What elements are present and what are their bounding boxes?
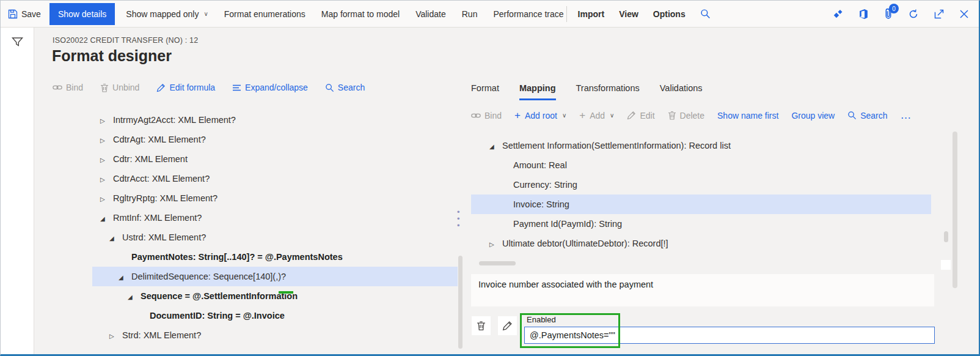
options-menu[interactable]: Options bbox=[653, 9, 686, 19]
tab[interactable]: Mapping bbox=[519, 83, 556, 100]
tab-label: Mapping bbox=[519, 83, 556, 93]
tab[interactable]: Transformations bbox=[576, 83, 640, 100]
expand-arrow-icon[interactable] bbox=[109, 330, 122, 340]
tree-row[interactable]: RgltryRptg: XML Element? bbox=[92, 188, 458, 208]
right-panel-scrollbar[interactable] bbox=[953, 132, 957, 288]
model-mapping-tree: Settlement Information(SettlementInforma… bbox=[471, 136, 931, 253]
expand-arrow-icon[interactable] bbox=[119, 272, 131, 281]
add-root-button[interactable]: + Add root ∨ bbox=[514, 109, 566, 122]
tree-row-label: PaymentNotes: String[..140]? = @.Payment… bbox=[131, 252, 343, 262]
show-name-first-button[interactable]: Show name first bbox=[717, 111, 778, 121]
field-description-text: Invoice number associated with the payme… bbox=[478, 280, 653, 289]
left-tree-scrollbar[interactable] bbox=[458, 256, 463, 349]
link-icon bbox=[471, 112, 481, 119]
tree-row[interactable]: CdtrAcct: XML Element? bbox=[92, 169, 458, 188]
tree-row-label: Cdtr: XML Element bbox=[113, 154, 188, 164]
tab-label: Validations bbox=[660, 83, 703, 93]
toolbar-divider bbox=[566, 6, 567, 22]
expand-arrow-icon[interactable] bbox=[100, 135, 113, 144]
performance-trace-button[interactable]: Performance trace bbox=[493, 9, 563, 19]
bind-button[interactable]: Bind bbox=[53, 83, 83, 92]
mapping-search-button[interactable]: Search bbox=[847, 111, 887, 121]
link-icon bbox=[53, 84, 62, 91]
delete-button[interactable]: Delete bbox=[668, 111, 704, 121]
tree-row[interactable]: Amount: Real bbox=[471, 155, 931, 175]
more-commands-button[interactable]: … bbox=[901, 109, 912, 122]
import-menu[interactable]: Import bbox=[578, 9, 605, 19]
expand-arrow-icon[interactable] bbox=[489, 141, 502, 150]
tree-row-label: DocumentID: String = @.Invoice bbox=[150, 311, 285, 321]
scrollbar-corner bbox=[941, 260, 951, 270]
expand-arrow-icon[interactable] bbox=[100, 213, 113, 223]
filter-pane-button[interactable] bbox=[11, 36, 24, 51]
plus-icon: + bbox=[514, 109, 521, 122]
pencil-icon bbox=[627, 111, 636, 120]
expand-arrow-icon[interactable] bbox=[100, 115, 113, 125]
refresh-button[interactable] bbox=[908, 9, 919, 20]
run-button[interactable]: Run bbox=[462, 9, 478, 19]
tab[interactable]: Validations bbox=[660, 83, 703, 100]
top-command-bar: Save Show details Show mapped only ∨ For… bbox=[1, 1, 979, 28]
expand-collapse-button[interactable]: Expand/collapse bbox=[232, 83, 308, 92]
validate-button[interactable]: Validate bbox=[415, 9, 446, 19]
tree-row[interactable]: Settlement Information(SettlementInforma… bbox=[471, 136, 931, 155]
save-button[interactable]: Save bbox=[8, 9, 41, 19]
office-apps-button[interactable] bbox=[858, 9, 869, 20]
expand-arrow-icon[interactable] bbox=[100, 193, 113, 203]
tree-row[interactable]: Ultimate debtor(UltimateDebtor): Record[… bbox=[471, 234, 931, 253]
field-description: Invoice number associated with the payme… bbox=[471, 274, 934, 306]
format-designer-window: Save Show details Show mapped only ∨ For… bbox=[0, 0, 980, 356]
attachments-button[interactable]: 0 bbox=[883, 8, 893, 20]
expand-arrow-icon[interactable] bbox=[128, 291, 141, 301]
mapping-tree-scrollbar[interactable] bbox=[944, 231, 948, 242]
show-mapped-only-dropdown[interactable]: Show mapped only ∨ bbox=[126, 9, 208, 19]
insights-button[interactable] bbox=[833, 9, 844, 20]
office-apps-icon bbox=[858, 9, 869, 20]
tree-row-label: RmtInf: XML Element? bbox=[113, 213, 202, 223]
group-view-button[interactable]: Group view bbox=[791, 111, 835, 121]
enabled-field-label: Enabled bbox=[527, 315, 556, 324]
tree-row[interactable]: Invoice: String bbox=[471, 195, 931, 214]
edit-formula-button[interactable]: Edit formula bbox=[156, 83, 215, 92]
tree-row[interactable]: CdtrAgt: XML Element? bbox=[92, 130, 458, 149]
format-tree-search-button[interactable]: Search bbox=[325, 83, 365, 92]
tree-row[interactable]: PaymentNotes: String[..140]? = @.Payment… bbox=[92, 247, 458, 267]
mapping-horizontal-scrollbar[interactable] bbox=[479, 261, 516, 265]
tree-row[interactable]: DelimitedSequence: Sequence[140](,)? bbox=[92, 267, 458, 286]
map-format-to-model-button[interactable]: Map format to model bbox=[321, 9, 400, 19]
close-page-button[interactable] bbox=[959, 9, 969, 19]
enabled-formula-input[interactable] bbox=[524, 327, 935, 344]
tab-label: Format bbox=[471, 83, 499, 93]
tree-row[interactable]: RmtInf: XML Element? bbox=[92, 208, 458, 228]
expand-arrow-icon[interactable] bbox=[100, 174, 113, 184]
mapping-bind-button[interactable]: Bind bbox=[471, 111, 502, 121]
close-icon bbox=[959, 9, 969, 19]
edit-formula-detail-button[interactable] bbox=[498, 316, 517, 335]
show-details-button[interactable]: Show details bbox=[49, 3, 115, 25]
view-menu[interactable]: View bbox=[619, 9, 638, 19]
expand-arrow-icon[interactable] bbox=[109, 232, 122, 242]
add-button[interactable]: + Add ∨ bbox=[579, 109, 614, 122]
tree-row[interactable]: Sequence = @.SettlementInformation bbox=[92, 286, 458, 306]
tree-row[interactable]: Payment Id(PaymId): String bbox=[471, 214, 931, 234]
pencil-icon bbox=[156, 83, 166, 92]
tree-row[interactable]: IntrmyAgt2Acct: XML Element? bbox=[92, 110, 458, 130]
tree-row[interactable]: Ustrd: XML Element? bbox=[92, 228, 458, 247]
edit-button[interactable]: Edit bbox=[627, 111, 654, 121]
open-in-new-window-button[interactable] bbox=[934, 9, 945, 20]
tree-row-label: IntrmyAgt2Acct: XML Element? bbox=[113, 115, 236, 125]
tree-row[interactable]: Currency: String bbox=[471, 175, 931, 195]
unbind-button[interactable]: Unbind bbox=[100, 83, 139, 92]
tree-row-label: Sequence = @.SettlementInformation bbox=[141, 291, 298, 301]
expand-arrow-icon[interactable] bbox=[100, 154, 113, 164]
delete-binding-button[interactable] bbox=[472, 316, 491, 335]
expand-arrow-icon[interactable] bbox=[489, 239, 502, 248]
tree-row[interactable]: DocumentID: String = @.Invoice bbox=[92, 306, 458, 325]
format-enumerations-button[interactable]: Format enumerations bbox=[224, 9, 305, 19]
tree-row[interactable]: Strd: XML Element? bbox=[92, 325, 458, 345]
toolbar-search-button[interactable] bbox=[700, 9, 711, 19]
tab[interactable]: Format bbox=[471, 83, 499, 100]
panel-splitter-handle[interactable]: ••• bbox=[457, 209, 460, 229]
page-title: Format designer bbox=[52, 47, 172, 65]
tree-row[interactable]: Cdtr: XML Element bbox=[92, 149, 458, 169]
